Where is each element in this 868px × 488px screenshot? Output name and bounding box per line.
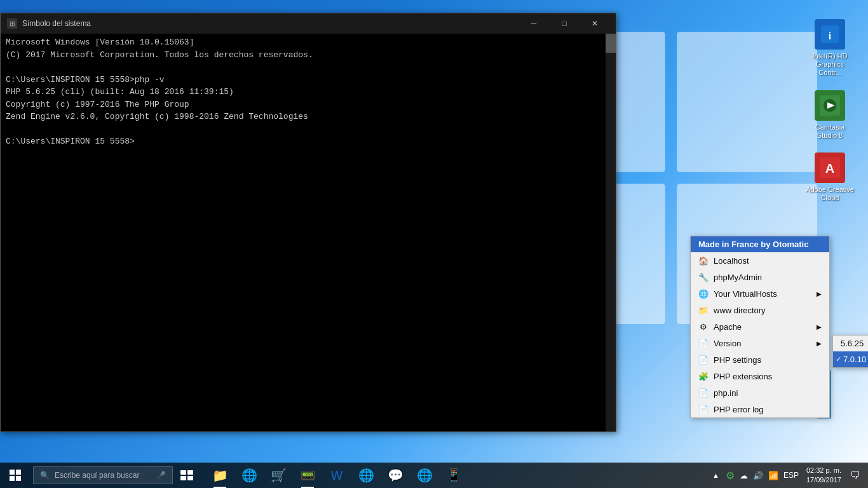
cmd-line-blank-1	[6, 61, 600, 74]
taskbar-word[interactable]: W	[323, 463, 351, 488]
cmd-window: ⊞ Símbolo del sistema ─ □ ✕ Microsoft Wi…	[0, 13, 616, 432]
cmd-line-5: Copyright (c) 1997-2016 The PHP Group	[6, 98, 600, 111]
cmd-scrollbar-thumb	[606, 34, 616, 53]
cmd-maximize-button[interactable]: □	[550, 15, 579, 32]
camtasia-label: Camtasia Studio 8	[804, 123, 855, 140]
clock-date: 17/09/2017	[806, 475, 841, 485]
apache-icon: ⚙	[698, 322, 709, 332]
cmd-window-controls: ─ □ ✕	[519, 15, 609, 32]
svg-rect-15	[180, 470, 186, 475]
svg-rect-13	[10, 476, 15, 481]
phpmyadmin-menu-item[interactable]: 🔧 phpMyAdmin	[691, 269, 829, 285]
cmd-line-7: C:\Users\INSPIRON 15 5558>	[6, 135, 600, 148]
phpini-icon: 📄	[698, 388, 709, 398]
system-tray: ⚙ ☁ 🔊 📶 ESP	[724, 470, 800, 482]
checkmark-icon: ✓	[836, 355, 841, 363]
adobe-creative-label: Adobe Creative Cloud	[804, 186, 855, 202]
svg-rect-17	[180, 476, 186, 480]
php-error-log-icon: 📄	[698, 404, 709, 414]
desktop: i Intel(R) HD Graphics Contr... Camtasia…	[0, 0, 868, 488]
taskbar-network[interactable]: 🌐	[410, 463, 438, 488]
php-error-log-label: PHP error log	[714, 405, 764, 414]
taskbar-edge[interactable]: 🌐	[235, 463, 263, 488]
svg-rect-12	[16, 470, 21, 475]
phpmyadmin-icon: 🔧	[698, 272, 709, 282]
cmd-line-blank-2	[6, 123, 600, 136]
wamp-tray-icon[interactable]: ⚙	[724, 470, 736, 482]
cmd-output: Microsoft Windows [Versión 10.0.15063] (…	[1, 34, 606, 151]
wamp-context-menu: Made in France by Otomatic 🏠 Localhost 🔧…	[690, 236, 830, 418]
www-icon: 📁	[698, 305, 709, 315]
version-submenu: 5.6.25 ▶ ✓ 7.0.10 ▶ 64bit - Quick Admin …	[832, 335, 868, 368]
virtualhosts-arrow: ▶	[817, 290, 822, 297]
localhost-menu-item[interactable]: 🏠 Localhost	[691, 252, 829, 269]
version-icon: 📄	[698, 338, 709, 348]
cmd-line-3: C:\Users\INSPIRON 15 5558>php -v	[6, 74, 600, 86]
version-label: Version	[714, 339, 741, 348]
svg-rect-14	[16, 476, 21, 481]
camtasia-icon[interactable]: Camtasia Studio 8	[804, 90, 855, 140]
svg-rect-1	[677, 32, 817, 172]
php-settings-label: PHP settings	[714, 355, 761, 365]
svg-rect-16	[187, 470, 193, 475]
adobe-creative-icon[interactable]: A Adobe Creative Cloud	[804, 152, 855, 202]
search-bar[interactable]: 🔍 Escribe aquí para buscar 🎤	[33, 466, 173, 484]
tray-overflow-icon[interactable]: ▲	[711, 471, 721, 479]
network-icon[interactable]: 📶	[767, 471, 780, 480]
apache-menu-item[interactable]: ⚙ Apache ▶	[691, 318, 829, 335]
taskbar-skype[interactable]: 💬	[381, 463, 409, 488]
version-7010-item[interactable]: ✓ 7.0.10 ▶ 64bit - Quick Admin Start All…	[833, 351, 868, 367]
taskbar-chrome[interactable]: 🌐	[352, 463, 380, 488]
intel-graphics-label: Intel(R) HD Graphics Contr...	[804, 52, 855, 78]
taskbar-right: ▲ ⚙ ☁ 🔊 📶 ESP 02:32 p. m. 17/09/2017 🗨	[711, 466, 868, 485]
taskbar-clock[interactable]: 02:32 p. m. 17/09/2017	[804, 466, 844, 485]
php-menu-container: 📄 Version ▶ 5.6.25 ▶ ✓ 7.0.10 ▶	[691, 335, 829, 417]
svg-rect-18	[187, 476, 193, 480]
cmd-line-2: (C) 2017 Microsoft Corporation. Todos lo…	[6, 49, 600, 62]
www-directory-menu-item[interactable]: 📁 www directory	[691, 302, 829, 318]
svg-rect-11	[10, 470, 15, 475]
notification-icon[interactable]: 🗨	[848, 470, 863, 481]
cmd-title: Símbolo del sistema	[22, 19, 91, 28]
cmd-scrollbar[interactable]	[606, 34, 616, 431]
virtualhosts-label: Your VirtualHosts	[714, 289, 777, 299]
svg-text:A: A	[825, 161, 834, 175]
home-icon: 🏠	[698, 255, 709, 266]
phpini-menu-item[interactable]: 📄 php.ini	[691, 384, 829, 401]
taskbar-cmd[interactable]: 📟	[294, 463, 322, 488]
version-menu-item[interactable]: 📄 Version ▶ 5.6.25 ▶ ✓ 7.0.10 ▶	[691, 335, 829, 351]
virtualhosts-menu-item[interactable]: 🌐 Your VirtualHosts ▶	[691, 285, 829, 302]
phpini-label: php.ini	[714, 388, 738, 398]
tray-icon-2[interactable]: 🔊	[752, 471, 764, 480]
cmd-minimize-button[interactable]: ─	[519, 15, 548, 32]
taskbar-file-explorer[interactable]: 📁	[206, 463, 234, 488]
cmd-line-1: Microsoft Windows [Versión 10.0.15063]	[6, 36, 600, 49]
www-label: www directory	[714, 306, 766, 315]
search-icon: 🔍	[40, 471, 50, 480]
taskbar-store[interactable]: 🛒	[264, 463, 292, 488]
language-indicator: ESP	[782, 471, 800, 480]
version-5625-item[interactable]: 5.6.25 ▶	[833, 336, 868, 351]
taskbar-unknown[interactable]: 📱	[440, 463, 468, 488]
tray-icon-1[interactable]: ☁	[738, 471, 749, 480]
version-7010-label: 7.0.10	[843, 355, 866, 364]
taskbar: 🔍 Escribe aquí para buscar 🎤 📁 🌐 🛒 📟 W 🌐…	[0, 463, 868, 488]
php-error-log-menu-item[interactable]: 📄 PHP error log	[691, 401, 829, 417]
start-button[interactable]	[0, 463, 31, 488]
wamp-menu-header: Made in France by Otomatic	[691, 236, 829, 252]
version-arrow: ▶	[817, 340, 822, 347]
version-5625-label: 5.6.25	[841, 339, 864, 348]
clock-time: 02:32 p. m.	[806, 466, 841, 475]
cmd-close-button[interactable]: ✕	[580, 15, 609, 32]
intel-graphics-icon[interactable]: i Intel(R) HD Graphics Contr...	[804, 19, 855, 78]
virtualhosts-icon: 🌐	[698, 288, 709, 299]
php-settings-menu-item[interactable]: 📄 PHP settings	[691, 351, 829, 368]
taskbar-apps: 📁 🌐 🛒 📟 W 🌐 💬 🌐 📱	[206, 463, 468, 488]
php-extensions-menu-item[interactable]: 🧩 PHP extensions	[691, 368, 829, 384]
cmd-line-4: PHP 5.6.25 (cli) (built: Aug 18 2016 11:…	[6, 86, 600, 98]
taskview-button[interactable]	[173, 463, 201, 488]
localhost-label: Localhost	[714, 256, 749, 266]
apache-label: Apache	[714, 322, 742, 332]
php-settings-icon: 📄	[698, 355, 709, 365]
cmd-icon: ⊞	[7, 18, 17, 29]
